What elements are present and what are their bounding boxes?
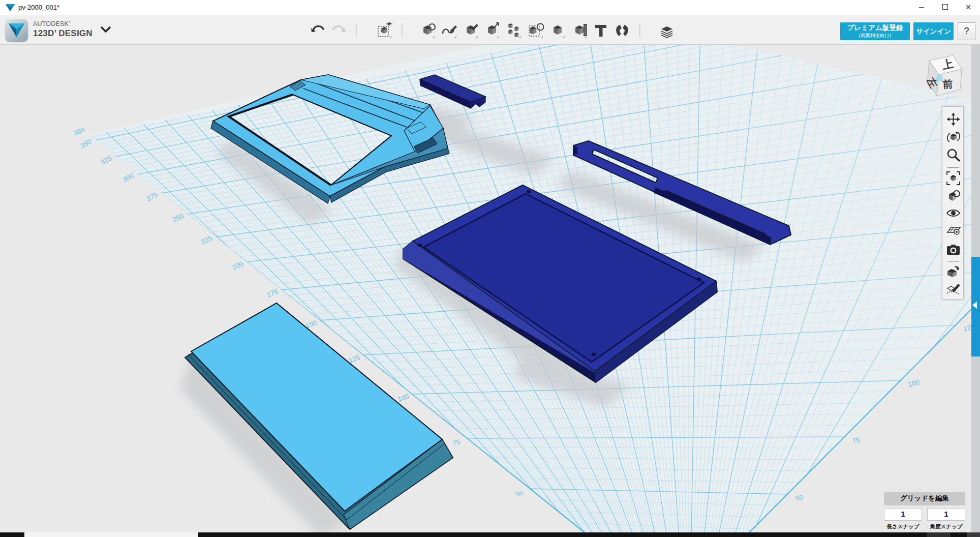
svg-text:50: 50 [795,494,804,502]
svg-text:75: 75 [851,436,860,444]
svg-text:前: 前 [942,78,953,90]
